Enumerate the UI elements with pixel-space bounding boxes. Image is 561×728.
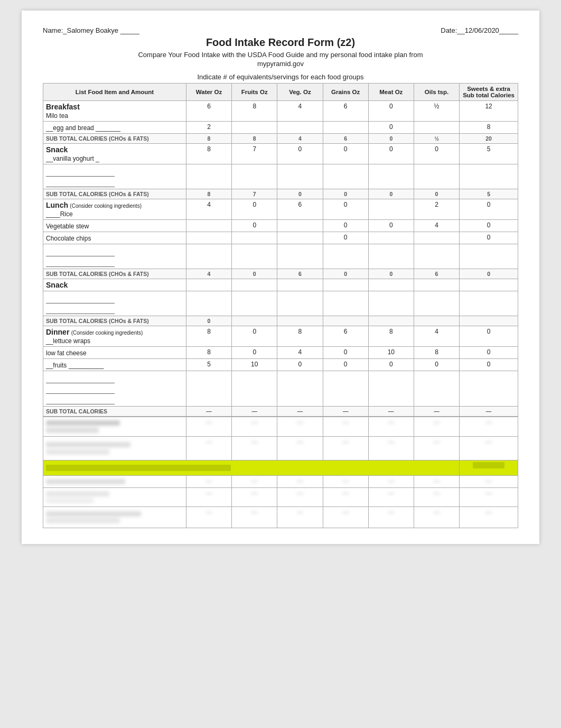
grains-cell: 6 <box>323 326 368 347</box>
food-cell: Vegetable stew <box>43 220 186 232</box>
water-cell: 8 <box>186 144 231 164</box>
meal-label: Snack <box>46 145 68 154</box>
veg-cell <box>277 220 323 232</box>
grains-cell: 0 <box>323 199 368 220</box>
page-subtitle: Compare Your Food Intake with the USDA F… <box>43 51 518 59</box>
food-row-lunch-1: Vegetable stew 0 0 0 4 0 <box>43 220 518 232</box>
veg-cell: 0 <box>277 144 323 164</box>
page-title: Food Intake Record Form (z2) <box>43 36 518 49</box>
fruits-cell <box>232 122 277 134</box>
food-item: Vegetable stew <box>46 223 183 230</box>
col-header-veg: Veg. Oz <box>277 84 323 101</box>
meal-row-dinner: Dinner (Consider cooking ingredients)__l… <box>43 326 518 347</box>
oils-cell: 4 <box>414 220 459 232</box>
fruits-cell: 0 <box>232 199 277 220</box>
grains-cell: 0 <box>323 232 368 244</box>
subtotal-row-snack1: SUB TOTAL CALORIES (CHOs & FATS) 8 7 0 0… <box>43 189 518 199</box>
meal-row-snack1: Snack__vanilla yoghurt _ 8 7 0 0 0 0 5 <box>43 144 518 164</box>
col-header-oils: Oils tsp. <box>414 84 459 101</box>
food-cell: Snack <box>43 279 186 291</box>
page-link: mypyramid.gov <box>43 60 518 68</box>
sweets-cell: 0 <box>460 347 518 359</box>
veg-cell: 4 <box>277 101 323 122</box>
meat-cell: 0 <box>368 359 414 371</box>
meat-cell: 0 <box>368 144 414 164</box>
header-top: Name:_Salomey Boakye _____ Date:__12/06/… <box>43 26 518 34</box>
blank-line <box>46 170 115 177</box>
date-label: Date:__12/06/2020_____ <box>441 26 518 34</box>
oils-cell: ½ <box>414 101 459 122</box>
col-header-sweets: Sweets & extra Sub total Calories <box>460 84 518 101</box>
water-cell: 8 <box>186 326 231 347</box>
col-header-meat: Meat Oz <box>368 84 414 101</box>
grains-cell: 0 <box>323 220 368 232</box>
blurred-row-5: — — — — — — — <box>43 507 518 528</box>
blank-food-cell <box>43 164 186 189</box>
subtotal-label: SUB TOTAL CALORIES (CHOs & FATS) <box>43 316 186 326</box>
blank-line <box>46 181 115 187</box>
fruits-cell: 7 <box>232 144 277 164</box>
veg-cell <box>277 122 323 134</box>
food-cell: low fat cheese <box>43 347 186 359</box>
blank-row-snack1 <box>43 164 518 189</box>
meal-row-lunch: Lunch (Consider cooking ingredients)____… <box>43 199 518 220</box>
sweets-cell: 0 <box>460 199 518 220</box>
fruits-cell: 0 <box>232 220 277 232</box>
veg-cell: 0 <box>277 359 323 371</box>
food-cell: __egg and bread _______ <box>43 122 186 134</box>
subtotal-label: SUB TOTAL CALORIES (CHOs & FATS) <box>43 189 186 199</box>
blurred-row-3: — — — — — — — <box>43 476 518 488</box>
food-item: Chocolate chips <box>46 235 183 242</box>
sweets-cell: 5 <box>460 144 518 164</box>
sweets-cell: 8 <box>460 122 518 134</box>
oils-cell: 0 <box>414 359 459 371</box>
water-cell <box>186 232 231 244</box>
food-item: low fat cheese <box>46 349 183 357</box>
food-row-lunch-2: Chocolate chips 0 0 <box>43 232 518 244</box>
blank-food-cell <box>43 371 186 407</box>
meat-cell: 0 <box>368 122 414 134</box>
subtotal-label: SUB TOTAL CALORIES (CHOs & FATS) <box>43 134 186 144</box>
meal-note: (Consider cooking ingredients) <box>70 203 142 209</box>
water-cell <box>186 220 231 232</box>
meal-label: Lunch <box>46 201 68 209</box>
blank-line <box>46 388 115 394</box>
page: Name:_Salomey Boakye _____ Date:__12/06/… <box>22 11 539 544</box>
food-cell: __fruits __________ <box>43 359 186 371</box>
grains-cell: 0 <box>323 347 368 359</box>
meal-note: (Consider cooking ingredients) <box>71 330 143 336</box>
food-row-dinner-2: __fruits __________ 5 10 0 0 0 0 0 <box>43 359 518 371</box>
water-cell: 6 <box>186 101 231 122</box>
blurred-row: — — — — — — — <box>43 417 518 437</box>
water-cell: 4 <box>186 199 231 220</box>
grains-cell: 0 <box>323 144 368 164</box>
blurred-row-2: — — — — — — — <box>43 437 518 460</box>
food-cell: Lunch (Consider cooking ingredients)____… <box>43 199 186 220</box>
blank-food-cell <box>43 291 186 316</box>
sweets-cell: 0 <box>460 359 518 371</box>
subtotal-row-lunch: SUB TOTAL CALORIES (CHOs & FATS) 4 0 6 0… <box>43 269 518 279</box>
meal-label: Dinner <box>46 328 69 336</box>
sweets-cell: 12 <box>460 101 518 122</box>
oils-cell <box>414 232 459 244</box>
food-cell: BreakfastMilo tea <box>43 101 186 122</box>
food-item: __egg and bread _______ <box>46 124 183 132</box>
col-header-grains: Grains Oz <box>323 84 368 101</box>
oils-cell: 0 <box>414 144 459 164</box>
blank-line <box>46 261 115 267</box>
oils-cell <box>414 122 459 134</box>
veg-cell: 4 <box>277 347 323 359</box>
food-row-dinner-1: low fat cheese 8 0 4 0 10 8 0 <box>43 347 518 359</box>
water-cell: 2 <box>186 122 231 134</box>
veg-cell: 8 <box>277 326 323 347</box>
meat-cell: 10 <box>368 347 414 359</box>
grains-cell <box>323 122 368 134</box>
food-intake-table: List Food Item and Amount Water Oz Fruit… <box>43 83 518 417</box>
fruits-cell: 8 <box>232 101 277 122</box>
blank-line <box>46 308 115 314</box>
col-header-food: List Food Item and Amount <box>43 84 186 101</box>
name-label: Name:_Salomey Boakye _____ <box>43 26 139 34</box>
meat-cell <box>368 232 414 244</box>
blurred-row-4: — — — — — — — <box>43 488 518 507</box>
fruits-cell: 0 <box>232 326 277 347</box>
